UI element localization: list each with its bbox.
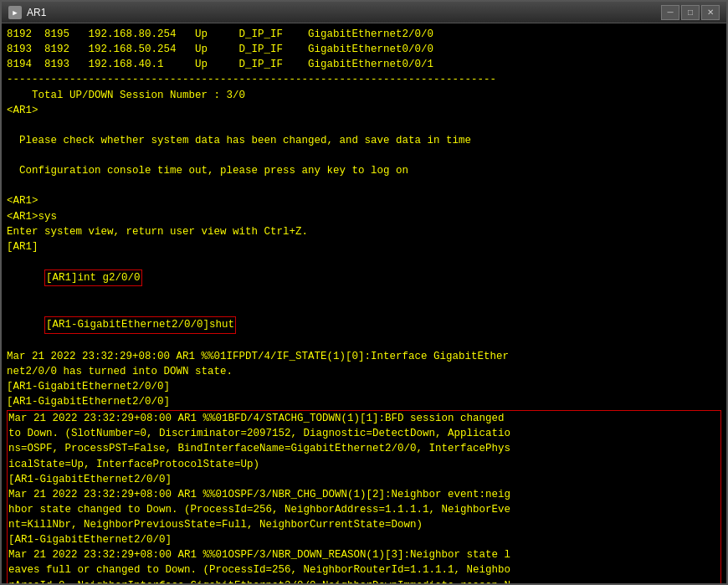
terminal-line: [AR1-GigabitEthernet2/0/0] [7,379,721,394]
terminal-line: Configuration console time out, please p… [7,163,721,178]
terminal-line [7,178,721,193]
window-icon: ▶ [8,6,22,19]
minimize-button[interactable]: ─ [661,5,679,20]
command-highlight: [AR1-GigabitEthernet2/0/0]shut [44,316,236,333]
terminal-line: Please check whether system data has bee… [7,133,721,148]
terminal-line: Mar 21 2022 23:32:29+08:00 AR1 %%01OSPF/… [8,547,720,562]
terminal-line: icalState=Up, InterfaceProtocolState=Up) [8,457,720,472]
title-bar: ▶ AR1 ─ □ ✕ [2,2,726,23]
terminal-line: [AR1-GigabitEthernet2/0/0] [8,472,720,487]
terminal-line: hbor state changed to Down. (ProcessId=2… [8,502,720,517]
terminal-line: [AR1]int g2/0/0 [7,254,721,301]
maximize-button[interactable]: □ [681,5,700,20]
terminal-line: <AR1> [7,193,721,208]
terminal-line: to Down. (SlotNumber=0, Discriminator=20… [8,426,720,441]
close-button[interactable]: ✕ [701,5,720,20]
terminal-line: [AR1] [7,239,721,254]
terminal-line: Mar 21 2022 23:32:29+08:00 AR1 %%01BFD/4… [8,411,720,426]
terminal-line: ns=OSPF, ProcessPST=False, BindInterface… [8,441,720,456]
terminal-line: eaves full or changed to Down. (ProcessI… [8,562,720,577]
terminal-line [7,118,721,133]
terminal-line: Enter system view, return user view with… [7,224,721,239]
terminal-line: [AR1-GigabitEthernet2/0/0] [8,532,720,547]
terminal-line: <AR1> [7,103,721,118]
terminal-line: Mar 21 2022 23:32:29+08:00 AR1 %%01IFPDT… [7,349,721,364]
terminal-line: Total UP/DOWN Session Number : 3/0 [7,88,721,103]
terminal-line: 8193 8192 192.168.50.254 Up D_IP_IF Giga… [7,42,721,57]
terminal-line: <AR1>sys [7,209,721,224]
window-title: AR1 [27,7,661,18]
main-window: ▶ AR1 ─ □ ✕ 8192 8195 192.168.80.254 Up … [0,0,728,585]
terminal-line: [AR1-GigabitEthernet2/0/0] [7,394,721,409]
terminal-line: ----------------------------------------… [7,72,721,87]
terminal-line: net2/0/0 has turned into DOWN state. [7,364,721,379]
terminal-output[interactable]: 8192 8195 192.168.80.254 Up D_IP_IF Giga… [2,23,726,583]
terminal-line: nt=KillNbr, NeighborPreviousState=Full, … [8,517,720,532]
terminal-line: rAreaId=0, NeighborInterface=GigabitEthe… [8,578,720,584]
command-highlight: [AR1]int g2/0/0 [44,269,142,286]
window-controls: ─ □ ✕ [661,5,720,20]
terminal-line: [AR1-GigabitEthernet2/0/0]shut [7,301,721,348]
terminal-line: 8194 8193 192.168.40.1 Up D_IP_IF Gigabi… [7,57,721,72]
terminal-line: Mar 21 2022 23:32:29+08:00 AR1 %%01OSPF/… [8,487,720,502]
alert-block: Mar 21 2022 23:32:29+08:00 AR1 %%01BFD/4… [7,410,721,583]
terminal-line: 8192 8195 192.168.80.254 Up D_IP_IF Giga… [7,27,721,42]
terminal-line [7,148,721,163]
